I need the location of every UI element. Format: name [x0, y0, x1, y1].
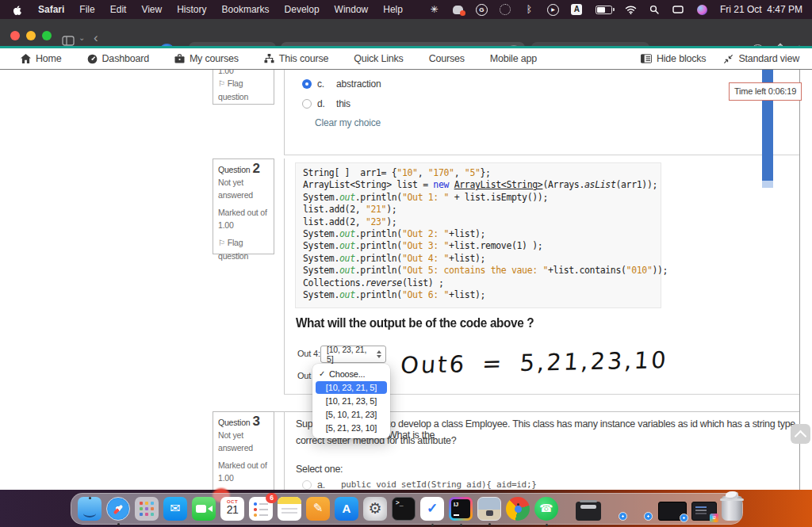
- dropdown-option-4[interactable]: [5, 21, 23, 10]: [316, 422, 387, 434]
- menu-history[interactable]: History: [177, 4, 206, 15]
- dock-photos-icon[interactable]: [477, 497, 501, 521]
- menu-bar-clock[interactable]: Fri 21 Oct 4:47 PM: [720, 4, 802, 15]
- nav-this-course[interactable]: This course: [264, 53, 328, 64]
- hide-blocks-button[interactable]: Hide blocks: [641, 53, 706, 64]
- out4-value: [10, 23, 21, 5]: [327, 345, 373, 364]
- menu-file[interactable]: File: [79, 4, 94, 15]
- dropdown-option-1[interactable]: [10, 23, 21, 5]: [316, 381, 387, 394]
- dock-facetime-icon[interactable]: [192, 497, 216, 521]
- code-line: String[ ] arr1= {"10", "170", "5"};: [303, 167, 653, 179]
- q1-radio-c[interactable]: [302, 79, 312, 89]
- bluetooth-icon[interactable]: ᛒ: [523, 4, 535, 16]
- dock-terminal-icon[interactable]: >_: [392, 497, 416, 521]
- question1-info-box: 1.00 ⚐Flag question: [213, 70, 274, 105]
- window-close-button[interactable]: [10, 31, 20, 40]
- code-line: ArrayList<String> list = new ArrayList<S…: [303, 179, 653, 191]
- gear-icon: ⚙: [368, 500, 381, 517]
- nav-my-courses[interactable]: My courses: [174, 53, 239, 64]
- menu-develop[interactable]: Develop: [285, 4, 320, 15]
- gear-flower-icon[interactable]: ✳: [428, 4, 440, 16]
- q2-question-text: What will the output be of the code abov…: [296, 315, 534, 330]
- q1-marks: 1.00: [218, 70, 234, 75]
- q1-flag-question[interactable]: ⚐Flag question: [218, 78, 248, 101]
- reminders-lines-icon: [259, 503, 268, 505]
- dock-minimized-safari-1-icon[interactable]: [619, 497, 628, 521]
- spotlight-search-icon[interactable]: [649, 4, 661, 16]
- keyboard-input-icon[interactable]: A: [571, 4, 583, 16]
- g-circle-icon[interactable]: G: [476, 4, 488, 16]
- siri-icon[interactable]: [696, 4, 708, 16]
- macos-menu-bar: Safari File Edit View History Bookmarks …: [0, 0, 812, 19]
- q1-radio-d[interactable]: [302, 99, 312, 109]
- q1-option-c-label[interactable]: abstraction: [336, 78, 381, 90]
- dock-mail-icon[interactable]: ✉: [163, 497, 187, 521]
- battery-icon[interactable]: [595, 4, 613, 16]
- safari-badge-icon: [680, 514, 688, 522]
- menu-view[interactable]: View: [141, 4, 162, 15]
- dock-chrome-icon[interactable]: [506, 497, 530, 521]
- dock-pages-icon[interactable]: ✎: [306, 497, 330, 521]
- dock-window-safari-icon[interactable]: [658, 502, 687, 521]
- dock-appstore-icon[interactable]: A: [335, 497, 358, 521]
- flag-icon: ⚐: [218, 79, 225, 88]
- dropdown-option-2[interactable]: [10, 21, 23, 5]: [316, 395, 387, 407]
- dock-whatsapp-icon[interactable]: ☎: [534, 497, 558, 521]
- hide-blocks-icon: [641, 54, 652, 63]
- window-minimize-button[interactable]: [26, 31, 36, 40]
- q1-content-divider: [284, 70, 285, 155]
- dock-window-intellij-icon[interactable]: IJ: [691, 502, 717, 521]
- apple-logo-icon[interactable]: [11, 4, 23, 16]
- play-circle-icon[interactable]: ▶: [547, 4, 559, 16]
- q3-select-one: Select one:: [296, 464, 343, 475]
- dock-minimized-safari-2-icon[interactable]: [644, 497, 653, 521]
- q3-radio-a[interactable]: [302, 480, 312, 490]
- q2-flag-question[interactable]: ⚐Flag question: [218, 236, 269, 262]
- dropdown-option-choose[interactable]: ✓ Choose...: [316, 368, 387, 380]
- menu-bookmarks[interactable]: Bookmarks: [222, 4, 270, 15]
- q3-option-a-text[interactable]: public void setId(String aid){ aid=id;}: [341, 479, 537, 490]
- q3-title: Question3: [218, 418, 260, 427]
- standard-view-button[interactable]: Standard view: [723, 53, 799, 64]
- dock-launchpad-icon[interactable]: [135, 497, 159, 521]
- clear-my-choice-link[interactable]: Clear my choice: [315, 117, 381, 128]
- menu-app-name[interactable]: Safari: [38, 4, 64, 15]
- dropdown-option-3[interactable]: [5, 10, 21, 23]: [316, 408, 387, 421]
- app-with-badge-icon[interactable]: [452, 4, 464, 16]
- nav-courses[interactable]: Courses: [429, 53, 465, 64]
- dotted-circle-icon[interactable]: [500, 4, 511, 16]
- menu-edit[interactable]: Edit: [110, 4, 127, 15]
- display-icon[interactable]: [672, 4, 684, 16]
- window-zoom-button[interactable]: [42, 31, 52, 40]
- dock-finder-icon[interactable]: [78, 497, 102, 521]
- flag-icon: ⚐: [218, 239, 225, 247]
- dock-settings-icon[interactable]: ⚙: [363, 497, 387, 521]
- back-to-top-button[interactable]: [791, 424, 810, 444]
- dock-trash-icon[interactable]: [722, 496, 742, 521]
- select-stepper-icon: [377, 350, 381, 358]
- dock-safari-icon[interactable]: [106, 497, 130, 521]
- wifi-icon[interactable]: [625, 4, 637, 16]
- nav-mobile-app[interactable]: Mobile app: [490, 53, 537, 64]
- q1-option-d-label[interactable]: this: [336, 98, 350, 109]
- sidebar-chevron-icon[interactable]: ⌄: [79, 33, 85, 42]
- dock-notes-icon[interactable]: [278, 497, 301, 521]
- nav-home[interactable]: Home: [21, 53, 62, 64]
- out4-select[interactable]: [10, 23, 21, 5]: [320, 346, 386, 363]
- q3-status: Not yet: [218, 430, 243, 440]
- scrollbar-thumb-tail: [762, 181, 773, 188]
- intellij-badge-icon: IJ: [710, 514, 718, 522]
- nav-dashboard[interactable]: Dashboard: [87, 53, 149, 64]
- dock-things-icon[interactable]: ✓: [420, 497, 444, 521]
- dock-calendar-icon[interactable]: OCT21: [220, 497, 244, 521]
- intellij-ij-label: IJ: [451, 499, 470, 518]
- code-line: System.out.println("Out 1: " + list.isEm…: [303, 192, 653, 204]
- dock-reminders-icon[interactable]: 6: [249, 497, 273, 521]
- moodle-navbar: Home Dashboard My courses This course Qu…: [0, 46, 812, 70]
- back-button[interactable]: ‹: [94, 30, 98, 46]
- nav-quick-links[interactable]: Quick Links: [354, 53, 403, 64]
- menu-window[interactable]: Window: [335, 4, 369, 15]
- dock-downloads-icon[interactable]: [576, 502, 601, 521]
- menu-help[interactable]: Help: [383, 4, 403, 15]
- dock-intellij-icon[interactable]: IJ: [449, 497, 473, 521]
- question3-info-box: Question3 Not yet answered Marked out of…: [213, 411, 274, 490]
